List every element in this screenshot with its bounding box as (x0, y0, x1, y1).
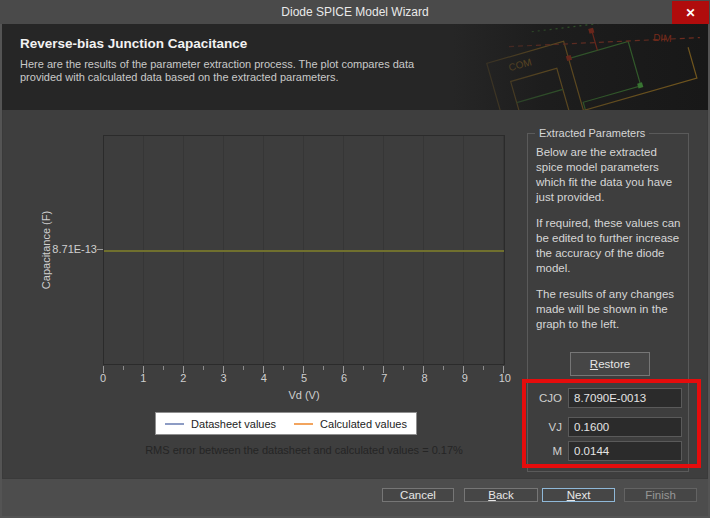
back-button[interactable]: Back (464, 488, 538, 502)
vj-input[interactable] (568, 417, 682, 437)
x-tick-6: 6 (334, 372, 354, 384)
vj-parameter-row: VJ (526, 417, 682, 437)
y-axis-tick-mark (97, 249, 103, 250)
x-tick-3: 3 (214, 372, 234, 384)
x-tick-5: 5 (294, 372, 314, 384)
rms-error-text: RMS error between the datasheet and calc… (103, 444, 505, 456)
capacitance-plot-area (103, 135, 505, 365)
y-axis-label: Capacitance (F) (40, 211, 52, 289)
x-tick-2: 2 (173, 372, 193, 384)
title-bar[interactable]: Diode SPICE Model Wizard (0, 0, 710, 24)
calculated-line-swatch (294, 423, 313, 425)
legend-item-datasheet: Datasheet values (165, 418, 276, 430)
cjo-input[interactable] (568, 388, 682, 408)
close-icon: ✕ (685, 6, 695, 20)
x-axis-tick-labels: 0 1 2 3 4 5 6 7 8 9 10 (93, 372, 515, 384)
extracted-parameters-title: Extracted Parameters (535, 127, 649, 139)
m-parameter-row: M (526, 441, 682, 461)
restore-button[interactable]: Restore (570, 352, 650, 376)
next-button[interactable]: Next (542, 488, 615, 502)
m-input[interactable] (568, 441, 682, 461)
params-paragraph-2: If required, these values can be edited … (536, 216, 686, 276)
cancel-button-label: Cancel (400, 489, 436, 501)
capacitance-data-line (104, 250, 504, 252)
close-button[interactable]: ✕ (672, 1, 709, 24)
x-tick-1: 1 (133, 372, 153, 384)
extracted-parameters-description: Below are the extracted spice model para… (536, 145, 686, 343)
x-tick-0: 0 (93, 372, 113, 384)
window-title: Diode SPICE Model Wizard (281, 5, 428, 19)
legend-label-calculated: Calculated values (320, 418, 407, 430)
x-tick-8: 8 (415, 372, 435, 384)
page-description-line2: provided with calculated data based on t… (20, 71, 414, 84)
x-tick-7: 7 (374, 372, 394, 384)
vj-label: VJ (526, 421, 562, 433)
datasheet-line-swatch (165, 423, 184, 425)
schematic-preview-image: COM COM DIM Main Power Switch (453, 24, 708, 110)
page-description: Here are the results of the parameter ex… (20, 58, 414, 84)
finish-button-label: Finish (645, 489, 676, 501)
legend-label-datasheet: Datasheet values (191, 418, 276, 430)
back-button-label: Back (488, 489, 514, 501)
diode-spice-wizard-dialog: Diode SPICE Model Wizard ✕ (0, 0, 710, 518)
x-tick-4: 4 (254, 372, 274, 384)
next-button-label: Next (567, 489, 591, 501)
page-title: Reverse-bias Junction Capacitance (20, 36, 247, 51)
page-description-line1: Here are the results of the parameter ex… (20, 58, 414, 71)
restore-button-label: Restore (590, 358, 630, 370)
legend-item-calculated: Calculated values (294, 418, 407, 430)
m-label: M (526, 445, 562, 457)
cjo-label: CJO (526, 392, 562, 404)
x-tick-9: 9 (455, 372, 475, 384)
finish-button: Finish (624, 488, 697, 502)
x-axis-label: Vd (V) (103, 389, 505, 401)
chart-legend: Datasheet values Calculated values (155, 412, 417, 435)
wizard-header: COM COM DIM Main Power Switch Reverse-bi… (2, 24, 708, 110)
cancel-button[interactable]: Cancel (382, 488, 454, 502)
x-tick-10: 10 (495, 372, 515, 384)
params-paragraph-3: The results of any changes made will be … (536, 287, 686, 332)
params-paragraph-1: Below are the extracted spice model para… (536, 145, 686, 205)
cjo-parameter-row: CJO (526, 388, 682, 408)
